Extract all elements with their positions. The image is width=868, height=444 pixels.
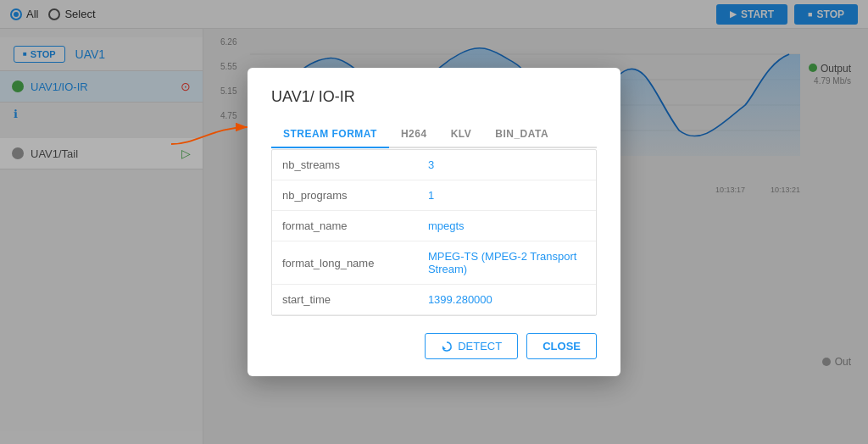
table-row-format-name: format_name mpegts [272, 211, 596, 241]
val-nb-programs: 1 [418, 180, 596, 211]
val-format-long-name: MPEG-TS (MPEG-2 Transport Stream) [418, 241, 596, 285]
val-nb-streams: 3 [418, 150, 596, 180]
modal-overlay[interactable]: UAV1/ IO-IR STREAM FORMAT H264 KLV BIN_D… [0, 0, 868, 444]
detect-label: DETECT [458, 340, 502, 352]
table-row-format-long-name: format_long_name MPEG-TS (MPEG-2 Transpo… [272, 241, 596, 285]
close-modal-button[interactable]: CLOSE [526, 333, 597, 359]
key-start-time: start_time [272, 285, 418, 315]
modal: UAV1/ IO-IR STREAM FORMAT H264 KLV BIN_D… [248, 68, 620, 376]
tab-h264[interactable]: H264 [389, 121, 439, 148]
modal-table: nb_streams 3 nb_programs 1 format_name m… [272, 150, 596, 315]
detect-button[interactable]: DETECT [425, 333, 518, 359]
detect-refresh-icon [441, 341, 453, 352]
modal-table-wrapper: nb_streams 3 nb_programs 1 format_name m… [271, 149, 597, 316]
val-format-name: mpegts [418, 211, 596, 241]
tab-stream-format[interactable]: STREAM FORMAT [271, 121, 389, 148]
val-start-time: 1399.280000 [418, 285, 596, 315]
tab-klv[interactable]: KLV [439, 121, 484, 148]
table-row-nb-streams: nb_streams 3 [272, 150, 596, 180]
table-row-start-time: start_time 1399.280000 [272, 285, 596, 315]
modal-tabs: STREAM FORMAT H264 KLV BIN_DATA [271, 121, 597, 148]
key-format-name: format_name [272, 211, 418, 241]
key-format-long-name: format_long_name [272, 241, 418, 285]
table-row-nb-programs: nb_programs 1 [272, 180, 596, 211]
svg-marker-5 [442, 346, 446, 349]
tab-bin-data[interactable]: BIN_DATA [483, 121, 560, 148]
arrow-annotation [163, 114, 264, 148]
modal-footer: DETECT CLOSE [271, 333, 597, 359]
modal-title: UAV1/ IO-IR [271, 88, 597, 106]
key-nb-programs: nb_programs [272, 180, 418, 211]
key-nb-streams: nb_streams [272, 150, 418, 180]
